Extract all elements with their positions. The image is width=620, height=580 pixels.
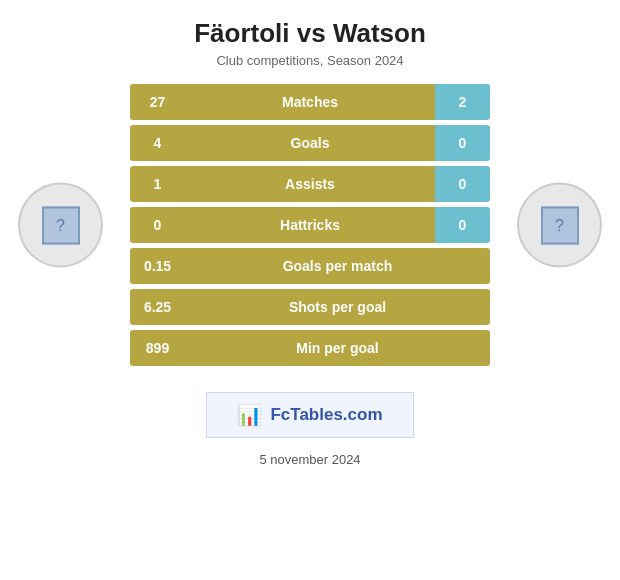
logo-icon: 📊 — [237, 403, 262, 427]
stat-row-goals: 4 Goals 0 — [130, 125, 490, 161]
stat-label-hattricks: Hattricks — [185, 207, 435, 243]
stat-left-matches: 27 — [130, 84, 185, 120]
avatar-left: ? — [18, 183, 103, 268]
page-title: Fäortoli vs Watson — [194, 18, 426, 49]
stat-row-hattricks: 0 Hattricks 0 — [130, 207, 490, 243]
footer-date: 5 november 2024 — [259, 452, 360, 467]
stat-row-shots-per-goal: 6.25 Shots per goal — [130, 289, 490, 325]
main-content: ? 27 Matches 2 4 Goals 0 1 Assists 0 0 H… — [0, 74, 620, 376]
stat-left-shots-per-goal: 6.25 — [130, 289, 185, 325]
avatar-right: ? — [517, 183, 602, 268]
stat-label-goals: Goals — [185, 125, 435, 161]
stat-row-matches: 27 Matches 2 — [130, 84, 490, 120]
stat-left-goals: 4 — [130, 125, 185, 161]
stat-right-assists: 0 — [435, 166, 490, 202]
stat-right-goals: 0 — [435, 125, 490, 161]
avatar-left-image: ? — [42, 206, 80, 244]
stat-left-assists: 1 — [130, 166, 185, 202]
stat-row-assists: 1 Assists 0 — [130, 166, 490, 202]
stat-right-matches: 2 — [435, 84, 490, 120]
logo-text: FcTables.com — [270, 405, 382, 425]
stat-left-goals-per-match: 0.15 — [130, 248, 185, 284]
avatar-right-image: ? — [541, 206, 579, 244]
stat-label-shots-per-goal: Shots per goal — [185, 289, 490, 325]
stat-left-hattricks: 0 — [130, 207, 185, 243]
stat-label-min-per-goal: Min per goal — [185, 330, 490, 366]
stat-left-min-per-goal: 899 — [130, 330, 185, 366]
stat-label-goals-per-match: Goals per match — [185, 248, 490, 284]
stat-label-assists: Assists — [185, 166, 435, 202]
stat-row-min-per-goal: 899 Min per goal — [130, 330, 490, 366]
page-subtitle: Club competitions, Season 2024 — [194, 53, 426, 68]
stats-table: 27 Matches 2 4 Goals 0 1 Assists 0 0 Hat… — [130, 84, 490, 366]
header: Fäortoli vs Watson Club competitions, Se… — [174, 0, 446, 74]
stat-right-hattricks: 0 — [435, 207, 490, 243]
stat-row-goals-per-match: 0.15 Goals per match — [130, 248, 490, 284]
logo-area[interactable]: 📊 FcTables.com — [206, 392, 413, 438]
stat-label-matches: Matches — [185, 84, 435, 120]
